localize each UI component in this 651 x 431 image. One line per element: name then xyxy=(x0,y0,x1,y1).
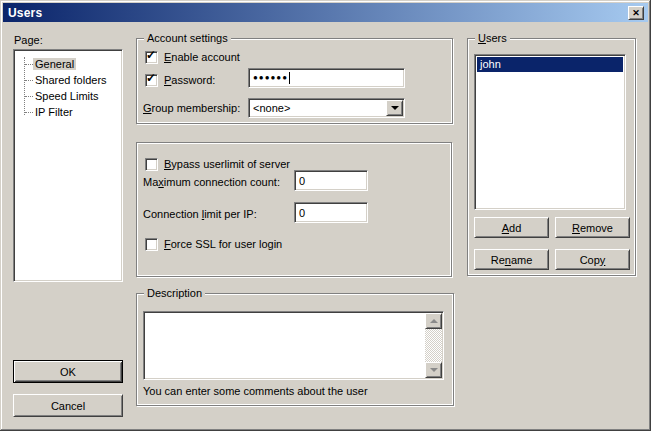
tree-item-speed-limits[interactable]: Speed Limits xyxy=(16,88,120,104)
password-checkbox[interactable]: ✓ xyxy=(145,74,158,87)
dropdown-button[interactable] xyxy=(386,100,403,116)
description-textarea[interactable] xyxy=(146,314,441,377)
cancel-button[interactable]: Cancel xyxy=(13,394,123,417)
description-group: Description You can enter some comments … xyxy=(136,293,454,406)
users-listbox: john xyxy=(474,54,626,210)
ok-button[interactable]: OK xyxy=(13,360,123,383)
scroll-down-button[interactable] xyxy=(425,362,442,378)
tree-item-ip-filter[interactable]: IP Filter xyxy=(16,104,120,120)
group-membership-label: Group membership: xyxy=(143,102,240,115)
force-ssl-checkbox[interactable] xyxy=(145,238,158,251)
password-dots: ●●●●●● xyxy=(253,74,288,82)
page-tree: General Shared folders Speed Limits IP F… xyxy=(13,49,123,282)
bypass-userlimit-checkbox[interactable] xyxy=(145,158,158,171)
rename-user-button[interactable]: Rename xyxy=(474,249,549,270)
close-icon: ✕ xyxy=(632,9,640,18)
max-connection-input[interactable]: 0 xyxy=(294,170,368,191)
description-hint: You can enter some comments about the us… xyxy=(143,385,368,398)
checkmark-icon: ✓ xyxy=(146,72,156,84)
text-caret xyxy=(289,72,290,84)
page-tree-items: General Shared folders Speed Limits IP F… xyxy=(16,52,120,279)
bypass-userlimit-label: Bypass userlimit of server xyxy=(164,158,290,171)
title-bar[interactable]: Users ✕ xyxy=(3,3,648,22)
arrow-up-icon xyxy=(430,319,438,323)
max-connection-label: Maximum connection count: xyxy=(143,176,280,189)
scroll-up-button[interactable] xyxy=(425,313,442,329)
close-button[interactable]: ✕ xyxy=(628,6,644,20)
connection-limit-ip-input[interactable]: 0 xyxy=(294,202,368,223)
remove-user-button[interactable]: Remove xyxy=(555,217,630,238)
account-settings-group: Account settings ✓ Enable account ✓ Pass… xyxy=(136,38,453,124)
window-title: Users xyxy=(8,6,42,20)
description-legend: Description xyxy=(144,287,205,300)
add-user-button[interactable]: Add xyxy=(474,217,549,238)
tree-item-shared-folders[interactable]: Shared folders xyxy=(16,72,120,88)
user-list-item[interactable]: john xyxy=(477,57,623,72)
connection-limit-ip-label: Connection limit per IP: xyxy=(143,208,257,221)
chevron-down-icon xyxy=(391,106,399,110)
users-group: Users john Add Remove Rename Copy xyxy=(467,38,636,276)
users-dialog: Users ✕ Page: General Shared folders Spe… xyxy=(0,0,651,431)
group-membership-select[interactable]: <none> xyxy=(248,98,405,118)
users-legend: Users xyxy=(475,32,510,45)
copy-user-button[interactable]: Copy xyxy=(555,249,630,270)
arrow-down-icon xyxy=(430,368,438,372)
password-label: Password: xyxy=(164,74,215,87)
tree-item-general[interactable]: General xyxy=(16,56,120,72)
checkmark-icon: ✓ xyxy=(146,49,156,61)
limits-group: Bypass userlimit of server Maximum conne… xyxy=(136,142,452,277)
enable-account-checkbox[interactable]: ✓ xyxy=(145,51,158,64)
enable-account-label: Enable account xyxy=(164,51,240,64)
account-settings-legend: Account settings xyxy=(144,32,231,45)
description-textarea-frame xyxy=(143,311,444,380)
description-scrollbar xyxy=(425,313,442,378)
password-input[interactable]: ●●●●●● xyxy=(248,68,405,88)
force-ssl-label: Force SSL for user login xyxy=(164,238,282,251)
page-label: Page: xyxy=(14,34,43,47)
group-membership-value: <none> xyxy=(253,102,290,114)
